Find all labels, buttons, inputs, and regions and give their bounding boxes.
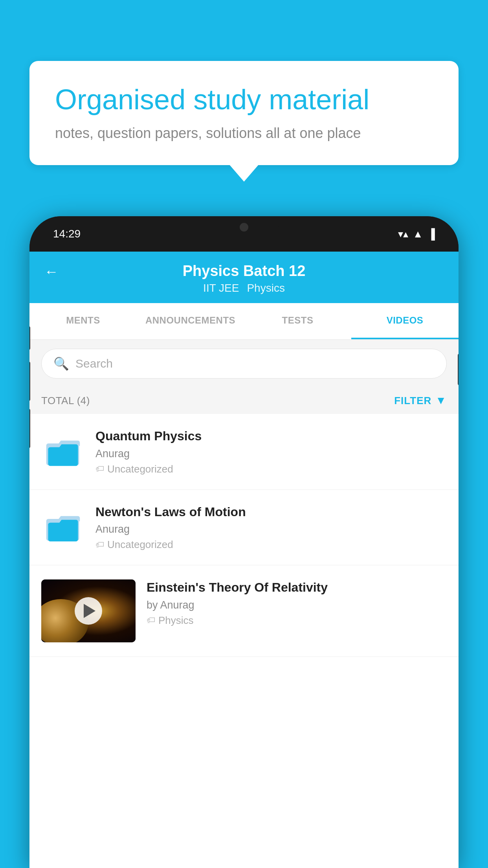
folder-icon	[41, 428, 84, 471]
subtitle-physics: Physics	[247, 282, 284, 294]
list-item[interactable]: Einstein's Theory Of Relativity by Anura…	[29, 565, 459, 657]
app-header: ← Physics Batch 12 IIT JEE Physics	[29, 252, 459, 303]
camera-dot	[240, 223, 248, 232]
video-title: Quantum Physics	[95, 428, 447, 445]
wifi-icon: ▾▴	[398, 228, 408, 240]
notch	[209, 216, 279, 238]
filter-button[interactable]: FILTER ▼	[394, 394, 447, 407]
video-author: Anurag	[95, 448, 447, 460]
status-time: 14:29	[53, 228, 81, 240]
filter-label: FILTER	[394, 395, 431, 407]
video-author: by Anurag	[147, 599, 447, 611]
video-info: Newton's Laws of Motion Anurag 🏷 Uncateg…	[95, 504, 447, 551]
tab-tests[interactable]: TESTS	[244, 303, 351, 339]
filter-row: TOTAL (4) FILTER ▼	[29, 387, 459, 414]
status-icons: ▾▴ ▲ ▐	[398, 228, 435, 240]
video-tag: 🏷 Uncategorized	[95, 539, 447, 551]
header-subtitle: IIT JEE Physics	[203, 282, 285, 294]
tag-label: Uncategorized	[107, 463, 173, 475]
search-icon: 🔍	[53, 356, 69, 371]
subtitle-iitjee: IIT JEE	[203, 282, 239, 294]
search-bar-container: 🔍 Search	[29, 340, 459, 387]
filter-funnel-icon: ▼	[435, 394, 447, 407]
play-button[interactable]	[75, 597, 102, 625]
list-item[interactable]: Newton's Laws of Motion Anurag 🏷 Uncateg…	[29, 490, 459, 566]
back-button[interactable]: ←	[44, 263, 59, 280]
signal-icon: ▲	[413, 228, 423, 240]
header-title: Physics Batch 12	[183, 263, 306, 280]
volume-up-button	[29, 362, 30, 401]
video-title: Newton's Laws of Motion	[95, 504, 447, 520]
phone-frame: 14:29 ▾▴ ▲ ▐ ← Physics Batch 12 IIT JEE …	[29, 216, 459, 868]
video-tag: 🏷 Uncategorized	[95, 463, 447, 475]
total-count-label: TOTAL (4)	[41, 395, 90, 407]
search-input-wrapper[interactable]: 🔍 Search	[41, 349, 447, 379]
video-thumbnail	[41, 579, 136, 642]
bubble-title: Organised study material	[55, 83, 433, 116]
tag-icon: 🏷	[95, 464, 104, 474]
battery-icon: ▐	[428, 228, 435, 240]
video-title: Einstein's Theory Of Relativity	[147, 579, 447, 596]
video-info: Quantum Physics Anurag 🏷 Uncategorized	[95, 428, 447, 475]
status-bar: 14:29 ▾▴ ▲ ▐	[29, 216, 459, 252]
tab-videos[interactable]: VIDEOS	[351, 303, 459, 339]
video-info: Einstein's Theory Of Relativity by Anura…	[147, 579, 447, 627]
video-author: Anurag	[95, 523, 447, 535]
list-item[interactable]: Quantum Physics Anurag 🏷 Uncategorized	[29, 414, 459, 490]
tag-icon: 🏷	[95, 540, 104, 550]
tab-announcements[interactable]: ANNOUNCEMENTS	[137, 303, 244, 339]
svg-rect-3	[48, 523, 78, 542]
mute-button	[29, 326, 30, 350]
volume-down-button	[29, 409, 30, 448]
play-triangle-icon	[84, 604, 95, 618]
tag-icon: 🏷	[147, 615, 155, 625]
video-tag: 🏷 Physics	[147, 614, 447, 627]
svg-rect-1	[48, 447, 78, 466]
speech-bubble: Organised study material notes, question…	[29, 61, 459, 165]
folder-icon	[41, 504, 84, 547]
tab-ments[interactable]: MENTS	[29, 303, 137, 339]
power-button	[458, 354, 459, 385]
video-list: Quantum Physics Anurag 🏷 Uncategorized	[29, 414, 459, 657]
tag-label: Uncategorized	[107, 539, 173, 551]
tag-label: Physics	[158, 614, 194, 627]
tabs-bar: MENTS ANNOUNCEMENTS TESTS VIDEOS	[29, 303, 459, 340]
search-input[interactable]: Search	[75, 357, 113, 370]
bubble-subtitle: notes, question papers, solutions all at…	[55, 125, 433, 142]
phone-screen: ← Physics Batch 12 IIT JEE Physics MENTS…	[29, 252, 459, 868]
